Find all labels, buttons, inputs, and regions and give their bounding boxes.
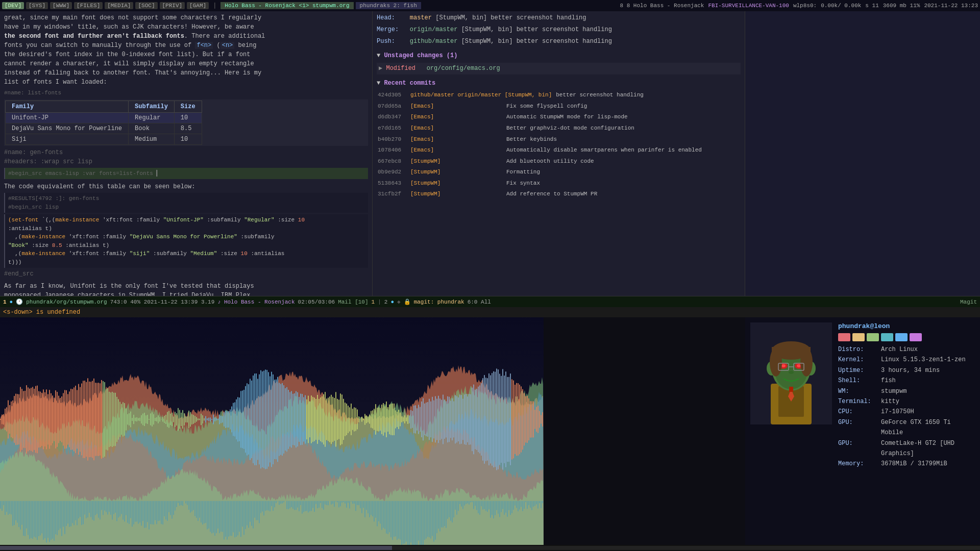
font-table: Family Subfamily Size Unifont-JP Regular… [5, 101, 202, 145]
svg-rect-18 [789, 387, 793, 392]
recent-commits-section: ▼ Recent commits [377, 79, 741, 88]
modified-row[interactable]: ▶ Modified org/config/emacs.org [377, 63, 741, 74]
uptime-val: 3 hours, 34 mins [881, 365, 940, 375]
magit-content: Head: master [StumpWM, bin] better scree… [377, 13, 741, 199]
commit-id: b40b270 [378, 135, 406, 144]
commit-row[interactable]: b40b270 [Emacs] Better keybinds [377, 135, 741, 145]
color-swatch [895, 333, 908, 341]
color-swatch [867, 333, 879, 341]
merge-label: Merge: [377, 26, 406, 33]
results-line: #RESULTS[4792 :]: gen-fonts [8, 194, 365, 203]
memory-key: Memory: [838, 459, 879, 469]
gpu-key: GPU: [838, 417, 879, 438]
right-pane: Head: master [StumpWM, bin] better scree… [373, 11, 745, 296]
code-fn: f<n> [195, 42, 213, 49]
gpu2-val: CometLake-H GT2 [UHD Graphics] [881, 438, 975, 459]
distro-key: Distro: [838, 344, 879, 355]
commit-id: 424d305 [378, 91, 406, 100]
commit-row[interactable]: d6db347 [Emacs] Automatic StumpWM mode f… [377, 112, 741, 122]
shell-row: Shell: fish [838, 375, 975, 386]
cpu-row: CPU: i7-10750H [838, 407, 975, 417]
commit-tag: [StumpWM] [410, 190, 502, 199]
tag-sys[interactable]: [SYS] [26, 2, 48, 9]
magit-push-row: Push: github/master [StumpWM, bin] bette… [377, 37, 741, 46]
gen-fonts-headers: #headers: :wrap src lisp [4, 157, 368, 166]
gpu-row: GPU: GeForce GTX 1650 Ti Mobile [838, 417, 975, 438]
scrollbar-thumb[interactable] [0, 546, 392, 550]
commit-id: e7dd165 [378, 124, 406, 133]
gen-fonts-var: #begin_src emacs-lisp :var fonts=list-fo… [4, 168, 368, 180]
tag-files[interactable]: [FILES] [74, 2, 103, 9]
commit-row[interactable]: 667ebc8 [StumpWM] Add bluetooth utility … [377, 157, 741, 167]
commit-id: 07dd65a [378, 102, 406, 111]
cell-sub-3: Medium [129, 134, 175, 144]
commit-row[interactable]: 1078406 [Emacs] Automatically disable sm… [377, 145, 741, 156]
sb-mode: magit: phundrak [414, 299, 464, 305]
tag-www[interactable]: [WWW] [50, 2, 72, 9]
tag-priv[interactable]: [PRIV] [160, 2, 185, 9]
commits-list: 424d305 github/master origin/master [Stu… [377, 90, 741, 199]
commit-tag: [StumpWM] [410, 179, 502, 188]
sb-position: 6:0 All [468, 299, 491, 305]
color-swatch [910, 333, 922, 341]
commit-id: 31cfb2f [378, 190, 406, 199]
modified-label: Modified [386, 65, 423, 72]
commit-row[interactable]: 424d305 github/master origin/master [Stu… [377, 90, 741, 101]
bold-text: the second font and further aren't fallb… [4, 33, 184, 40]
cell-sub-1: Regular [129, 112, 175, 123]
commit-msg: Formatting [506, 168, 540, 177]
color-swatch [881, 333, 893, 341]
tag-gam[interactable]: [GAM] [187, 2, 209, 9]
sb-track: Holo Bass - Rosenjack [224, 299, 295, 305]
commit-row[interactable]: 0b9e9d2 [StumpWM] Formatting [377, 167, 741, 178]
tab-stumpwm[interactable]: Holo Bass - Rosenjack <1> stumpwm.org [220, 2, 353, 9]
commit-msg: Automatically disable smartparens when p… [506, 146, 702, 155]
status-bar: 1 ● 🕐 phundrak/org/stumpwm.org 743:0 40%… [0, 296, 980, 307]
sb-separator: | [378, 299, 381, 305]
commit-msg: Fix syntax [506, 179, 540, 188]
main-area: great, since my main font does not suppo… [0, 11, 980, 296]
avatar-section: phundrak@leon Distro: Arch Linux Kernel:… [750, 322, 975, 469]
tab-fish[interactable]: phundraks 2: fish [356, 2, 421, 9]
tag-soc[interactable]: [SOC] [135, 2, 157, 9]
gpu2-row: GPU: CometLake-H GT2 [UHD Graphics] [838, 438, 975, 459]
commit-tag: [Emacs] [410, 124, 502, 133]
commit-row[interactable]: 31cfb2f [StumpWM] Add reference to Stump… [377, 189, 741, 199]
commit-row[interactable]: e7dd165 [Emacs] Better graphviz-dot mode… [377, 123, 741, 134]
cell-size-1: 10 [174, 112, 202, 123]
org-content: great, since my main font does not suppo… [4, 13, 368, 296]
commit-id: d6db347 [378, 113, 406, 122]
shell-key: Shell: [838, 375, 879, 386]
sb-diamond: ◆ [397, 298, 401, 305]
code-n: <n> [220, 42, 235, 49]
sb-path: phundrak/org/stumpwm.org [26, 299, 107, 305]
cell-family-3: Siji [6, 134, 129, 144]
push-label: Push: [377, 38, 406, 45]
wlp-label: wlp8s0: [793, 3, 817, 9]
push-repo: github/master [410, 38, 458, 45]
code-block-setfont: (set-font `(,(make-instance 'xft:font :f… [4, 214, 368, 268]
wm-row: WM: stumpwm [838, 386, 975, 396]
svg-point-10 [789, 371, 794, 374]
push-val: [StumpWM, bin] better screenshot handlin… [461, 38, 612, 45]
sb-lock-icon: 🔒 [404, 298, 411, 305]
commit-row[interactable]: 07dd65a [Emacs] Fix some flyspell config [377, 102, 741, 112]
svg-point-15 [770, 348, 782, 377]
shell-val: fish [881, 375, 896, 386]
sb-time: 02:05/03:06 [298, 299, 335, 305]
commit-msg: better screenshot handling [556, 91, 644, 100]
kernel-val: Linux 5.15.3-zen1-1-zen [881, 355, 966, 365]
commit-row[interactable]: 5138643 [StumpWM] Fix syntax [377, 179, 741, 189]
sb-info: 743:0 40% 2021-11-22 13:39 3.19 [110, 299, 215, 305]
tag-dev[interactable]: [DEV] [2, 2, 24, 9]
commit-id: 5138643 [378, 179, 406, 188]
scrollbar-track[interactable] [0, 546, 980, 550]
tag-media[interactable]: [MEDIA] [105, 2, 133, 9]
avatar [750, 322, 832, 424]
uptime-row: Uptime: 3 hours, 34 mins [838, 365, 975, 375]
info-panel: phundrak@leon Distro: Arch Linux Kernel:… [745, 317, 980, 551]
username-label: phundrak@leon [838, 322, 975, 330]
commit-tag: [Emacs] [410, 102, 502, 111]
svg-point-8 [781, 364, 786, 367]
avatar-svg [750, 322, 832, 424]
